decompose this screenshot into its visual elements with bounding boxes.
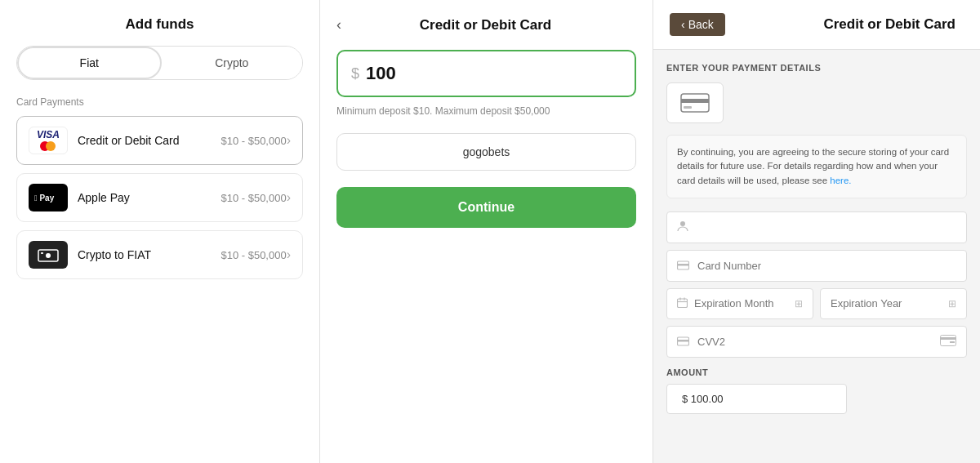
person-icon xyxy=(677,220,688,234)
info-text: By continuing, you are agreeing to the s… xyxy=(677,147,949,185)
payment-name-crypto: Crypto to FIAT xyxy=(78,248,220,261)
card-number-field[interactable] xyxy=(666,250,967,282)
merchant-name: gogobets xyxy=(336,133,636,171)
panel3-body: ENTER YOUR PAYMENT DETAILS By continuing… xyxy=(653,50,980,463)
calendar-icon xyxy=(677,297,688,310)
enter-details-label: ENTER YOUR PAYMENT DETAILS xyxy=(666,63,967,73)
expiry-year-input[interactable] xyxy=(831,297,948,309)
mc-orange-circle xyxy=(46,141,56,151)
back-chevron-icon: ‹ xyxy=(681,18,685,31)
payment-info-apple: Apple Pay xyxy=(78,191,220,204)
payment-range-crypto: $10 - $50,000 xyxy=(220,249,286,261)
credit-card-panel: ‹ Credit or Debit Card $ Minimum deposit… xyxy=(320,0,653,463)
payment-name-card: Credit or Debit Card xyxy=(78,134,220,147)
payment-name-apple: Apple Pay xyxy=(78,191,220,204)
name-field[interactable] xyxy=(666,211,967,243)
tab-crypto[interactable]: Crypto xyxy=(162,47,303,79)
payment-details-panel: ‹ Back Credit or Debit Card ENTER YOUR P… xyxy=(653,0,980,463)
payment-arrow-apple: › xyxy=(287,190,291,205)
continue-button[interactable]: Continue xyxy=(336,187,636,228)
visa-icon: VISA xyxy=(29,127,68,154)
apple-pay-icon:  Pay xyxy=(29,184,68,211)
payment-item-apple[interactable]:  Pay Apple Pay $10 - $50,000 › xyxy=(16,173,303,222)
grid-icon-year: ⊞ xyxy=(948,298,956,309)
expiry-year-field[interactable]: ⊞ xyxy=(820,288,967,319)
amount-input[interactable] xyxy=(366,63,621,84)
tab-fiat[interactable]: Fiat xyxy=(17,47,162,79)
cvv-field[interactable] xyxy=(666,326,967,358)
credit-card-icon xyxy=(680,91,710,114)
info-box: By continuing, you are agreeing to the s… xyxy=(666,135,967,198)
back-arrow-icon[interactable]: ‹ xyxy=(336,16,341,33)
expiry-row: ⊞ ⊞ xyxy=(666,288,967,319)
tab-group: Fiat Crypto xyxy=(16,46,303,80)
panel2-title: Credit or Debit Card xyxy=(350,17,636,33)
amount-section-label: AMOUNT xyxy=(666,367,967,377)
card-number-input[interactable] xyxy=(697,260,956,272)
panel2-header: ‹ Credit or Debit Card xyxy=(336,16,636,33)
cvv-input[interactable] xyxy=(697,336,940,348)
payment-info-crypto: Crypto to FIAT xyxy=(78,248,220,261)
name-input[interactable] xyxy=(697,221,956,234)
back-label: Back xyxy=(688,18,714,31)
svg-rect-3 xyxy=(41,252,43,254)
expiry-month-field[interactable]: ⊞ xyxy=(666,288,813,319)
svg-point-7 xyxy=(680,221,685,226)
add-funds-panel: Add funds Fiat Crypto Card Payments VISA… xyxy=(0,0,320,463)
svg-rect-10 xyxy=(678,299,688,308)
payment-item-crypto[interactable]: Crypto to FIAT $10 - $50,000 › xyxy=(16,230,303,279)
amount-value: $ 100.00 xyxy=(682,393,724,405)
crypto-icon xyxy=(29,241,68,269)
cvv-info-icon xyxy=(940,335,956,349)
payment-item-card[interactable]: VISA Credit or Debit Card $10 - $50,000 … xyxy=(16,116,303,165)
svg-point-2 xyxy=(46,253,51,258)
back-button[interactable]: ‹ Back xyxy=(670,13,725,36)
svg-rect-15 xyxy=(678,340,689,342)
grid-icon-month: ⊞ xyxy=(795,298,803,309)
payment-range-apple: $10 - $50,000 xyxy=(220,192,286,204)
panel1-title: Add funds xyxy=(16,16,303,33)
expiry-month-input[interactable] xyxy=(694,297,795,309)
svg-text: Pay:  Pay xyxy=(34,194,55,203)
info-link[interactable]: here. xyxy=(830,176,851,185)
panel3-header: ‹ Back Credit or Debit Card xyxy=(653,0,980,50)
panel3-title: Credit or Debit Card xyxy=(725,16,964,33)
card-number-icon xyxy=(677,259,689,273)
payment-arrow-card: › xyxy=(287,133,291,148)
dollar-sign: $ xyxy=(351,65,359,82)
svg-rect-17 xyxy=(941,337,956,340)
svg-rect-9 xyxy=(678,264,689,266)
svg-rect-6 xyxy=(684,106,692,109)
section-label: Card Payments xyxy=(16,96,303,108)
payment-info-card: Credit or Debit Card xyxy=(78,134,220,147)
deposit-hint: Minimum deposit $10. Maximum deposit $50… xyxy=(336,105,636,117)
amount-input-wrap[interactable]: $ xyxy=(336,50,636,97)
svg-rect-16 xyxy=(941,335,956,345)
payment-arrow-crypto: › xyxy=(287,247,291,262)
amount-field-wrap: $ 100.00 xyxy=(666,384,847,414)
payment-range-card: $10 - $50,000 xyxy=(220,135,286,147)
amount-section: AMOUNT $ 100.00 xyxy=(666,367,967,414)
card-icon-box xyxy=(666,82,724,123)
cvv-card-icon xyxy=(677,335,689,349)
svg-rect-18 xyxy=(950,341,955,343)
svg-rect-5 xyxy=(681,99,709,103)
